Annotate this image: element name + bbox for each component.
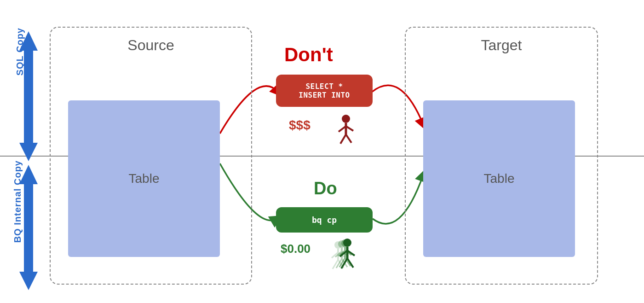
sql-command-box: SELECT * INSERT INTO [276, 75, 373, 107]
bq-copy-label: BQ Internal Copy [4, 160, 31, 285]
diagram-canvas: SQL Copy BQ Internal Copy Source Target … [0, 0, 644, 303]
bq-cmd-label: bq cp [312, 215, 337, 225]
walker-green-icon [329, 237, 366, 276]
target-title: Target [406, 37, 597, 54]
sql-copy-text: SQL Copy [15, 28, 25, 76]
svg-point-26 [343, 239, 351, 247]
source-table-label: Table [129, 171, 160, 186]
dont-label: Don't [284, 44, 333, 66]
sql-line2: INSERT INTO [299, 91, 350, 99]
target-table-label: Table [484, 171, 515, 186]
sql-line1: SELECT * [305, 82, 343, 91]
source-table-block: Table [68, 100, 220, 257]
svg-line-6 [340, 134, 346, 144]
target-table-block: Table [423, 100, 575, 257]
bq-command-box: bq cp [276, 207, 373, 233]
source-title: Source [51, 37, 251, 54]
svg-point-2 [342, 115, 350, 123]
sql-copy-label: SQL Copy [8, 28, 31, 152]
cost-bad-label: $$$ [289, 118, 310, 133]
svg-line-7 [346, 134, 351, 143]
bq-copy-text: BQ Internal Copy [12, 160, 23, 243]
cost-good-label: $0.00 [281, 242, 310, 256]
do-label: Do [314, 179, 337, 198]
walker-red-icon [334, 114, 358, 149]
